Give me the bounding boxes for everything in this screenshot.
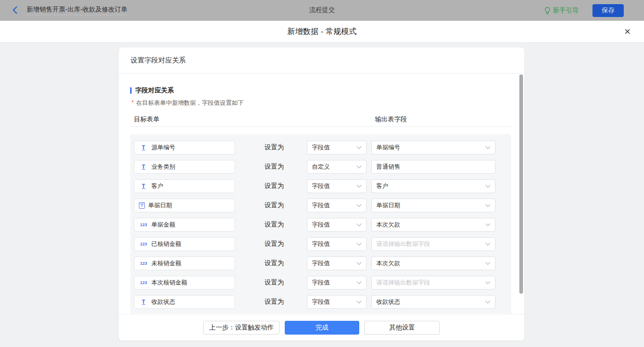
card-scroll-area: 字段对应关系 * 在目标表单中新增数据，字段值设置如下 目标表单 输出表字段 T…: [119, 74, 524, 313]
output-select[interactable]: 请选择输出数据字段: [371, 237, 495, 251]
output-select[interactable]: 单据编号: [371, 141, 495, 154]
card-header-title: 设置字段对应关系: [131, 56, 186, 65]
output-select[interactable]: 请选择输出数据字段: [371, 276, 495, 290]
mode-select-value: 字段值: [312, 143, 330, 152]
back-button[interactable]: [10, 5, 19, 15]
text-field-icon: T: [139, 299, 148, 305]
chevron-left-icon: [12, 6, 17, 14]
mode-select[interactable]: 字段值: [307, 276, 367, 290]
done-button[interactable]: 完成: [285, 321, 359, 335]
target-field-chip: 123 未核销金额: [134, 256, 235, 270]
section-accent-bar: [130, 87, 132, 94]
chevron-down-icon: [356, 262, 362, 265]
mapping-row: 123 本次核销金额 设置为 字段值 请选择输出数据字段: [134, 276, 511, 290]
mapping-row: 7 单据日期 设置为 字段值 单据日期: [134, 199, 511, 212]
card-header: 设置字段对应关系: [119, 47, 524, 74]
date-field-icon: 7: [139, 202, 145, 209]
chevron-down-icon: [485, 146, 490, 149]
output-input[interactable]: 普通销售: [371, 160, 495, 174]
flow-title[interactable]: 新增销售开票-出库-收款及修改订单: [27, 5, 127, 15]
chevron-down-icon: [485, 243, 490, 246]
modal-body: 设置字段对应关系 字段对应关系 * 在目标表单中新增数据，字段值设置如下 目标表…: [0, 43, 644, 347]
output-select-value: 请选择输出数据字段: [376, 240, 430, 248]
mode-select[interactable]: 字段值: [307, 218, 367, 232]
target-field-chip: 123 单据金额: [134, 218, 235, 232]
chevron-down-icon: [485, 185, 490, 188]
set-as-label: 设置为: [264, 240, 307, 248]
previous-step-button[interactable]: 上一步：设置触发动作: [203, 321, 280, 335]
target-field-label: 客户: [151, 182, 163, 190]
set-as-label: 设置为: [264, 163, 307, 171]
field-mapping-card: 设置字段对应关系 字段对应关系 * 在目标表单中新增数据，字段值设置如下 目标表…: [119, 47, 524, 341]
chevron-down-icon: [356, 204, 362, 207]
chevron-down-icon: [485, 204, 490, 207]
mode-select[interactable]: 自定义: [307, 160, 367, 174]
mode-select[interactable]: 字段值: [307, 199, 367, 212]
output-select[interactable]: 客户: [371, 179, 495, 193]
output-select-value: 请选择输出数据字段: [376, 279, 430, 287]
set-as-label: 设置为: [264, 201, 307, 210]
output-select-value: 本次欠款: [376, 221, 400, 229]
mode-select[interactable]: 字段值: [307, 295, 367, 309]
note-text: 在目标表单中新增数据，字段值设置如下: [136, 99, 244, 107]
output-select[interactable]: 本次欠款: [371, 256, 495, 270]
target-field-label: 本次核销金额: [151, 279, 187, 287]
target-field-chip: 123 已核销金额: [134, 237, 235, 251]
column-header-target-form: 目标表单: [134, 115, 160, 124]
number-field-icon: 123: [139, 261, 148, 266]
mode-select[interactable]: 字段值: [307, 179, 367, 193]
save-button[interactable]: 保存: [592, 4, 624, 17]
output-select-value: 普通销售: [376, 163, 400, 171]
mode-select-value: 字段值: [312, 240, 330, 248]
set-as-label: 设置为: [264, 279, 307, 287]
number-field-icon: 123: [139, 242, 148, 246]
chevron-down-icon: [485, 262, 490, 265]
output-select[interactable]: 单据日期: [371, 199, 495, 212]
text-field-icon: T: [139, 144, 148, 151]
text-field-icon: T: [139, 164, 148, 170]
output-select[interactable]: 收款状态: [371, 295, 495, 309]
output-select[interactable]: 本次欠款: [371, 218, 495, 232]
other-settings-button[interactable]: 其他设置: [364, 321, 440, 335]
mapping-rows: T 源单编号 设置为 字段值 单据编号 T 业务类别 设置为 自定义: [130, 134, 511, 313]
mode-select-value: 字段值: [312, 298, 330, 306]
mapping-row: T 客户 设置为 字段值 客户: [134, 179, 511, 193]
target-field-chip: T 业务类别: [134, 160, 235, 174]
output-select-value: 单据日期: [376, 201, 400, 210]
target-field-label: 收款状态: [151, 298, 175, 306]
set-as-label: 设置为: [264, 298, 307, 306]
close-icon[interactable]: ✕: [622, 26, 633, 37]
top-bar: 新增销售开票-出库-收款及修改订单 流程提交 新手引导 保存: [0, 0, 644, 21]
mapping-row: 123 单据金额 设置为 字段值 本次欠款: [134, 218, 511, 232]
scrollbar[interactable]: [519, 74, 523, 294]
number-field-icon: 123: [139, 222, 148, 227]
mode-select[interactable]: 字段值: [307, 141, 367, 154]
output-select-value: 单据编号: [376, 143, 400, 152]
chevron-down-icon: [485, 281, 490, 284]
column-headers: 目标表单 输出表字段: [130, 115, 511, 123]
target-field-label: 单据日期: [148, 201, 172, 210]
mode-select[interactable]: 字段值: [307, 237, 367, 251]
chevron-down-icon: [356, 223, 362, 227]
mode-select[interactable]: 字段值: [307, 256, 367, 270]
target-field-label: 业务类别: [151, 163, 175, 171]
mode-select-value: 字段值: [312, 201, 330, 210]
guide-link[interactable]: 新手引导: [544, 6, 579, 15]
mapping-row: T 收款状态 设置为 字段值 收款状态: [134, 295, 511, 309]
set-as-label: 设置为: [264, 182, 307, 190]
column-header-output-field: 输出表字段: [375, 115, 407, 124]
output-select-value: 本次欠款: [376, 259, 400, 267]
mapping-row: T 源单编号 设置为 字段值 单据编号: [134, 141, 511, 154]
mapping-row: 123 已核销金额 设置为 字段值 请选择输出数据字段: [134, 237, 511, 251]
mode-select-value: 字段值: [312, 221, 330, 229]
chevron-down-icon: [356, 146, 362, 149]
target-field-chip: 7 单据日期: [134, 199, 235, 212]
chevron-down-icon: [356, 165, 362, 169]
set-as-label: 设置为: [264, 259, 307, 267]
section-note: * 在目标表单中新增数据，字段值设置如下: [130, 99, 511, 107]
output-select-value: 客户: [376, 182, 388, 190]
card-footer: 上一步：设置触发动作 完成 其他设置: [119, 314, 524, 341]
top-bar-actions: 新手引导 保存: [544, 0, 624, 21]
chevron-down-icon: [485, 301, 490, 304]
number-field-icon: 123: [139, 280, 148, 285]
